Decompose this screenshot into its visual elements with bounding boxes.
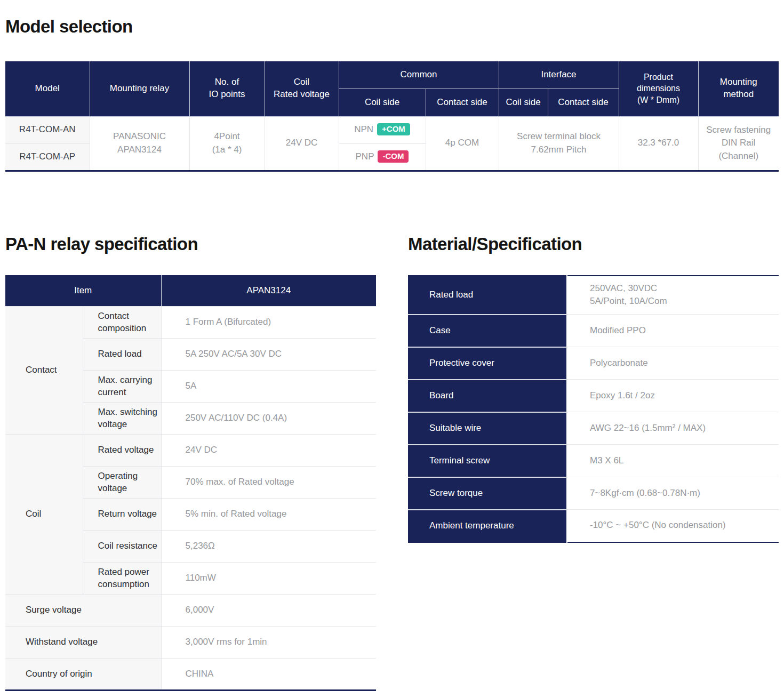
header-interface-contact-side: Contact side [548, 89, 619, 116]
row-label: Rated load [408, 276, 567, 315]
material-spec-table: Rated load 250VAC, 30VDC 5A/Point, 10A/C… [408, 275, 779, 543]
row-value: -10°C ~ +50°C (No condensation) [567, 510, 779, 542]
common-contact-side-value: 4p COM [426, 116, 499, 171]
row-label: Contact composition [83, 307, 161, 339]
table-row: Rated load 250VAC, 30VDC 5A/Point, 10A/C… [408, 276, 779, 315]
interface-value: Screw terminal block 7.62mm Pitch [499, 116, 619, 171]
row-label: Protective cover [408, 347, 567, 380]
row-label: Max. switching voltage [83, 403, 161, 435]
table-row: Suitable wire AWG 22~16 (1.5mm² / MAX) [408, 412, 779, 445]
table-row: Case Modified PPO [408, 315, 779, 347]
header-common-contact-side: Contact side [426, 89, 499, 116]
row-value: M3 X 6L [567, 445, 779, 477]
spec-header-item: Item [5, 275, 161, 307]
row-value: 5,236Ω [161, 531, 376, 563]
coil-rated-voltage-value: 24V DC [265, 116, 339, 171]
row-value: 1 Form A (Bifurcated) [161, 307, 376, 339]
spec-page: Model selection Model Mounting relay No.… [0, 0, 784, 698]
pan-relay-spec-title: PA-N relay specification [5, 232, 376, 255]
table-row: Terminal screw M3 X 6L [408, 445, 779, 477]
row-value: 250VAC, 30VDC 5A/Point, 10A/Com [567, 276, 779, 315]
table-row: Board Epoxy 1.6t / 2oz [408, 380, 779, 412]
row-value: 110mW [161, 563, 376, 595]
lower-sections: PA-N relay specification Item APAN3124 C… [5, 232, 779, 692]
row-value: 250V AC/110V DC (0.4A) [161, 403, 376, 435]
row-value: 7~8Kgf·cm (0.68~0.78N·m) [567, 477, 779, 510]
common-coil-side-pnp-cell: PNP-COM [339, 143, 426, 171]
model-name-ap: R4T-COM-AP [5, 143, 90, 171]
row-label: Coil resistance [83, 531, 161, 563]
table-row: Country of origin CHINA [5, 659, 376, 691]
header-io-points: No. of IO points [189, 61, 265, 116]
model-selection-table: Model Mounting relay No. of IO points Co… [5, 61, 779, 172]
product-dimensions-value: 32.3 *67.0 [619, 116, 698, 171]
row-value: 5A [161, 371, 376, 403]
pnp-label: PNP [356, 151, 374, 162]
group-coil: Coil [5, 435, 83, 595]
row-label: Operating voltage [83, 467, 161, 499]
row-value: 70% max. of Rated voltage [161, 467, 376, 499]
mounting-method-value: Screw fastening DIN Rail (Channel) [698, 116, 779, 171]
table-row: Protective cover Polycarbonate [408, 347, 779, 380]
pan-relay-spec-table: Item APAN3124 Contact Contact compositio… [5, 275, 376, 692]
row-value: AWG 22~16 (1.5mm² / MAX) [567, 412, 779, 445]
common-coil-side-npn-cell: NPN+COM [339, 116, 426, 143]
row-label: Terminal screw [408, 445, 567, 477]
table-row: Contact Contact composition 1 Form A (Bi… [5, 307, 376, 339]
row-value: 6,000V [161, 595, 376, 627]
table-row: Surge voltage 6,000V [5, 595, 376, 627]
row-label: Return voltage [83, 499, 161, 531]
model-row-an: R4T-COM-AN PANASONIC APAN3124 4Point (1a… [5, 116, 779, 143]
row-label: Case [408, 315, 567, 347]
mounting-relay-value: PANASONIC APAN3124 [90, 116, 189, 171]
table-row: Coil Rated voltage 24V DC [5, 435, 376, 467]
row-value: CHINA [161, 659, 376, 691]
group-contact: Contact [5, 307, 83, 435]
row-value: 5% min. of Rated voltage [161, 499, 376, 531]
row-value: Polycarbonate [567, 347, 779, 380]
plus-com-badge: +COM [377, 123, 410, 135]
model-name-an: R4T-COM-AN [5, 116, 90, 143]
spec-header-model: APAN3124 [161, 275, 376, 307]
header-mounting-relay: Mounting relay [90, 61, 189, 116]
row-label: Screw torque [408, 477, 567, 510]
row-value: Modified PPO [567, 315, 779, 347]
row-label: Board [408, 380, 567, 412]
row-label: Withstand voltage [5, 627, 161, 659]
row-label: Rated voltage [83, 435, 161, 467]
row-label: Country of origin [5, 659, 161, 691]
row-label: Suitable wire [408, 412, 567, 445]
header-coil-rated-voltage: Coil Rated voltage [265, 61, 339, 116]
io-points-value: 4Point (1a * 4) [189, 116, 265, 171]
header-common-group: Common [339, 61, 499, 89]
table-row: Ambient temperature -10°C ~ +50°C (No co… [408, 510, 779, 542]
row-label: Ambient temperature [408, 510, 567, 542]
row-label: Surge voltage [5, 595, 161, 627]
header-product-dimensions: Product dimensions (W * Dmm) [619, 61, 698, 116]
row-label: Rated power consumption [83, 563, 161, 595]
minus-com-badge: -COM [378, 150, 409, 163]
row-label: Max. carrying current [83, 371, 161, 403]
pan-relay-spec-section: PA-N relay specification Item APAN3124 C… [5, 232, 376, 692]
row-value: 3,000V rms for 1min [161, 627, 376, 659]
material-spec-title: Material/Specification [408, 232, 779, 255]
model-selection-title: Model selection [5, 15, 779, 38]
row-value: Epoxy 1.6t / 2oz [567, 380, 779, 412]
table-row: Screw torque 7~8Kgf·cm (0.68~0.78N·m) [408, 477, 779, 510]
header-common-coil-side: Coil side [339, 89, 426, 116]
header-interface-coil-side: Coil side [499, 89, 548, 116]
row-value: 5A 250V AC/5A 30V DC [161, 339, 376, 371]
header-mounting-method: Mounting method [698, 61, 779, 116]
header-interface-group: Interface [499, 61, 619, 89]
row-value: 24V DC [161, 435, 376, 467]
material-spec-section: Material/Specification Rated load 250VAC… [408, 232, 779, 692]
row-label: Rated load [83, 339, 161, 371]
header-model: Model [5, 61, 90, 116]
npn-label: NPN [354, 124, 373, 134]
table-row: Withstand voltage 3,000V rms for 1min [5, 627, 376, 659]
